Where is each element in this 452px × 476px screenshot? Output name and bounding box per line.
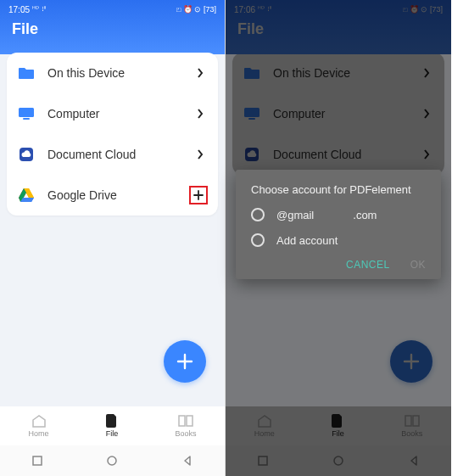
nav-back-icon[interactable] [407, 454, 421, 468]
tab-file[interactable]: File [332, 414, 344, 438]
chevron-right-icon [193, 106, 208, 121]
svg-rect-11 [259, 456, 267, 465]
svg-rect-0 [19, 108, 34, 117]
bottom-tabs: Home File Books [226, 406, 451, 445]
add-fab[interactable] [390, 340, 432, 383]
bottom-tabs: Home File Books [0, 406, 225, 445]
source-label: Document Cloud [273, 148, 419, 161]
tab-books[interactable]: Books [175, 414, 196, 438]
radio-icon [251, 233, 265, 247]
svg-point-7 [108, 456, 116, 465]
dialog-title: Choose account for PDFelement [251, 183, 426, 196]
source-label: Computer [47, 107, 193, 120]
tab-home[interactable]: Home [29, 414, 49, 438]
sources-card: On this Device Computer Document Cloud [7, 53, 218, 216]
tab-label: Home [254, 429, 275, 438]
folder-icon [243, 64, 261, 82]
source-document-cloud[interactable]: Document Cloud [232, 134, 444, 175]
source-computer[interactable]: Computer [7, 93, 218, 134]
tab-label: File [332, 429, 344, 438]
screen-file-sources: 17:05 ᴴᴰ ⫶ᴵᴵ ⏍ ⏰ ⊙ [73] File On this Dev… [0, 0, 226, 476]
document-cloud-icon [243, 145, 261, 164]
computer-icon [17, 104, 36, 123]
source-label: Computer [273, 107, 419, 120]
tab-books[interactable]: Books [401, 414, 422, 438]
source-document-cloud[interactable]: Document Cloud [7, 134, 218, 175]
document-cloud-icon [17, 145, 36, 164]
tab-label: File [106, 429, 119, 438]
source-google-drive[interactable]: Google Drive [7, 175, 218, 216]
source-label: Google Drive [47, 188, 189, 202]
nav-recent-icon[interactable] [31, 454, 44, 468]
status-bar: 17:05 ᴴᴰ ⫶ᴵᴵ ⏍ ⏰ ⊙ [73] [8, 3, 216, 15]
account-email: .com @gmail [276, 209, 377, 221]
ok-button[interactable]: OK [410, 259, 426, 271]
status-time: 17:06 ᴴᴰ ⫶ᴵᴵ [234, 5, 271, 14]
svg-rect-9 [248, 118, 255, 120]
svg-point-12 [334, 456, 343, 465]
radio-icon [251, 208, 265, 221]
account-option-existing[interactable]: .com @gmail [251, 208, 426, 221]
status-indicators: ⏍ ⏰ ⊙ [73] [403, 5, 443, 14]
source-label: On this Device [47, 66, 193, 80]
chevron-right-icon [419, 65, 434, 81]
screen-account-picker: 17:06 ᴴᴰ ⫶ᴵᴵ ⏍ ⏰ ⊙ [73] File On this Dev… [226, 0, 451, 476]
sources-card: On this Device Computer Document Cloud [232, 53, 444, 175]
tab-label: Books [175, 429, 196, 438]
chevron-right-icon [419, 147, 434, 162]
nav-back-icon[interactable] [181, 454, 194, 468]
tab-file[interactable]: File [106, 414, 119, 438]
chevron-right-icon [193, 65, 208, 81]
cancel-button[interactable]: CANCEL [346, 259, 390, 271]
svg-rect-6 [33, 456, 42, 465]
nav-home-icon[interactable] [332, 454, 345, 468]
android-nav [0, 445, 225, 476]
content: On this Device Computer Document Cloud [0, 54, 225, 476]
source-on-this-device[interactable]: On this Device [7, 53, 218, 93]
google-drive-icon [17, 186, 36, 204]
tab-label: Books [401, 429, 422, 438]
source-label: On this Device [273, 66, 419, 80]
tab-home[interactable]: Home [254, 414, 275, 438]
page-title: File [8, 20, 216, 38]
dialog-actions: CANCEL OK [251, 259, 426, 271]
chevron-right-icon [193, 147, 208, 162]
android-nav [226, 445, 451, 476]
source-computer[interactable]: Computer [232, 93, 444, 134]
svg-rect-1 [23, 118, 30, 120]
tab-label: Home [29, 429, 49, 438]
nav-recent-icon[interactable] [256, 454, 270, 468]
computer-icon [243, 104, 261, 123]
status-indicators: ⏍ ⏰ ⊙ [73] [176, 5, 216, 14]
chevron-right-icon [419, 106, 434, 121]
folder-icon [17, 64, 36, 82]
svg-rect-8 [244, 108, 259, 117]
add-google-drive-button[interactable] [189, 186, 208, 204]
status-time: 17:05 ᴴᴰ ⫶ᴵᴵ [8, 5, 46, 14]
header: 17:06 ᴴᴰ ⫶ᴵᴵ ⏍ ⏰ ⊙ [73] File [226, 0, 451, 54]
source-label: Document Cloud [47, 148, 193, 161]
add-fab[interactable] [164, 340, 206, 383]
header: 17:05 ᴴᴰ ⫶ᴵᴵ ⏍ ⏰ ⊙ [73] File [0, 0, 225, 54]
status-bar: 17:06 ᴴᴰ ⫶ᴵᴵ ⏍ ⏰ ⊙ [73] [234, 3, 443, 15]
account-picker-dialog: Choose account for PDFelement .com @gmai… [236, 170, 441, 279]
account-option-add[interactable]: Add account [251, 233, 426, 247]
add-account-label: Add account [276, 234, 338, 247]
source-on-this-device[interactable]: On this Device [232, 53, 444, 93]
nav-home-icon[interactable] [105, 454, 119, 468]
page-title: File [234, 20, 443, 38]
